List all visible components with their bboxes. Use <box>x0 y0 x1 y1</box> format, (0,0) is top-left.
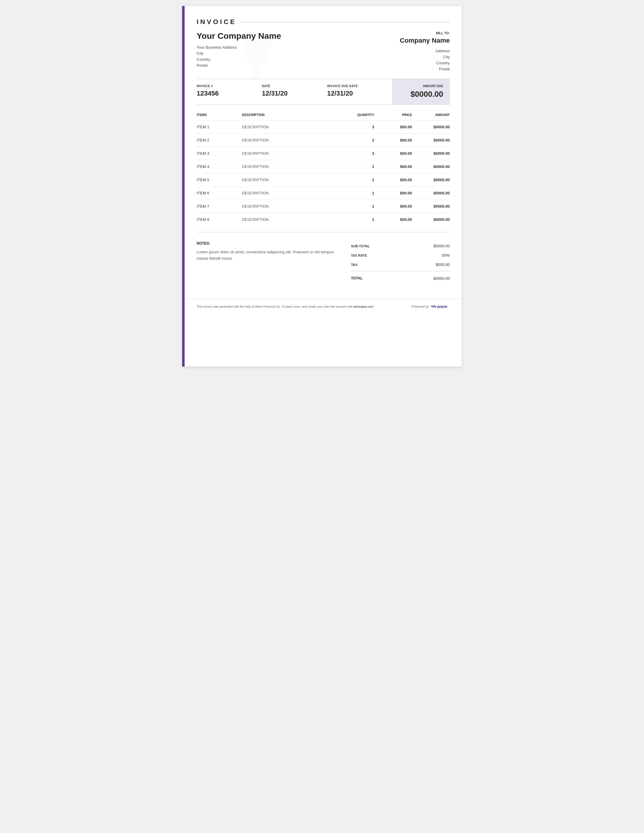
bill-to-country: Country <box>390 61 450 65</box>
invoice-number-label: INVOICE # <box>196 84 256 88</box>
header-description: DESCRIPTION <box>242 113 336 117</box>
due-date-value: 12/31/20 <box>327 90 386 97</box>
company-country: Country <box>196 57 390 62</box>
wave-icon <box>431 304 436 309</box>
header-price: PRICE <box>374 113 412 117</box>
item-description: Description <box>242 125 336 129</box>
item-quantity: 3 <box>336 151 374 156</box>
company-city: City <box>196 51 390 56</box>
invoice-page: INVOICE Your Company Name Your Business <box>182 6 462 367</box>
tax-rate-row: TAX RATE 00% <box>351 251 450 260</box>
item-name: Item 1 <box>196 125 242 129</box>
item-description: Description <box>242 151 336 156</box>
item-amount: $0000.00 <box>412 217 450 222</box>
item-description: Description <box>242 164 336 169</box>
notes-column: NOTES: Lorem ipsum dolor sit amet, conse… <box>196 241 345 281</box>
bill-to-section: BILL TO: Company Name Address City Count… <box>390 31 450 73</box>
company-name: Your Company Name <box>196 31 390 41</box>
item-price: $00.00 <box>374 138 412 142</box>
header-items: ITEMS <box>196 113 242 117</box>
bottom-footer: This invoice was generated with the help… <box>182 299 462 314</box>
bill-to-address: Address <box>390 49 450 53</box>
meta-left: INVOICE # 123456 DATE 12/31/20 INVOICE D… <box>196 79 393 104</box>
table-row: Item 1 Description 3 $00.00 $0000.00 <box>196 120 450 133</box>
item-quantity: 1 <box>336 217 374 222</box>
item-price: $00.00 <box>374 151 412 156</box>
total-row: TOTAL $0000.00 <box>351 273 450 281</box>
table-body: Item 1 Description 3 $00.00 $0000.00 Ite… <box>196 120 450 226</box>
table-row: Item 7 Description 1 $00.00 $0000.00 <box>196 199 450 213</box>
wave-logo: wave <box>431 304 448 309</box>
item-name: Item 8 <box>196 217 242 222</box>
header-quantity: QUANTITY <box>336 113 374 117</box>
amount-due-label: AMOUNT DUE <box>399 84 443 88</box>
item-price: $00.00 <box>374 204 412 209</box>
item-quantity: 1 <box>336 191 374 195</box>
footer-text-content: This invoice was generated with the help… <box>196 305 353 308</box>
items-section: ITEMS DESCRIPTION QUANTITY PRICE AMOUNT … <box>196 105 450 232</box>
powered-by-text: Powered by <box>412 305 429 308</box>
invoice-title: INVOICE <box>196 18 236 26</box>
header-section: Your Company Name Your Business Address … <box>196 31 450 79</box>
amount-due-section: AMOUNT DUE $0000.00 <box>393 79 450 104</box>
totals-column: SUB-TOTAL $0000.00 TAX RATE 00% TAX $000… <box>351 241 450 281</box>
item-price: $00.00 <box>374 164 412 169</box>
company-postal: Postal <box>196 63 390 68</box>
watermark-icon <box>233 34 281 84</box>
item-quantity: 1 <box>336 164 374 169</box>
footer-section: NOTES: Lorem ipsum dolor sit amet, conse… <box>196 232 450 287</box>
sender-info: Your Company Name Your Business Address … <box>196 31 390 69</box>
table-row: Item 2 Description 2 $00.00 $0000.00 <box>196 133 450 146</box>
date-value: 12/31/20 <box>262 90 321 97</box>
item-name: Item 2 <box>196 138 242 142</box>
item-price: $00.00 <box>374 125 412 129</box>
item-name: Item 4 <box>196 164 242 169</box>
item-description: Description <box>242 138 336 142</box>
powered-by: Powered by wave <box>412 304 448 309</box>
item-amount: $0000.00 <box>412 125 450 129</box>
due-date-label: INVOICE DUE DATE <box>327 84 386 88</box>
bill-to-company: Company Name <box>390 37 450 45</box>
bill-to-postal: Postal <box>390 67 450 71</box>
item-quantity: 2 <box>336 138 374 142</box>
wave-label: wave <box>437 304 448 309</box>
table-row: Item 6 Description 1 $00.00 $0000.00 <box>196 186 450 199</box>
item-price: $00.00 <box>374 191 412 195</box>
svg-rect-1 <box>253 70 260 76</box>
subtotal-row: SUB-TOTAL $0000.00 <box>351 241 450 251</box>
item-amount: $0000.00 <box>412 151 450 156</box>
item-amount: $0000.00 <box>412 204 450 209</box>
item-price: $00.00 <box>374 178 412 182</box>
footer-text: This invoice was generated with the help… <box>196 305 374 308</box>
item-amount: $0000.00 <box>412 164 450 169</box>
total-value: $0000.00 <box>433 276 450 281</box>
item-amount: $0000.00 <box>412 191 450 195</box>
item-name: Item 3 <box>196 151 242 156</box>
tax-rate-label: TAX RATE <box>351 254 367 257</box>
table-row: Item 3 Description 3 $00.00 $0000.00 <box>196 146 450 160</box>
item-amount: $0000.00 <box>412 138 450 142</box>
tax-rate-value: 00% <box>442 253 450 257</box>
item-name: Item 6 <box>196 191 242 195</box>
bill-to-label: BILL TO: <box>390 31 450 35</box>
tax-label: TAX <box>351 263 357 267</box>
amount-due-value: $0000.00 <box>399 90 443 99</box>
tax-row: TAX $000.00 <box>351 260 450 269</box>
item-price: $00.00 <box>374 217 412 222</box>
bill-to-city: City <box>390 55 450 59</box>
header-amount: AMOUNT <box>412 113 450 117</box>
item-description: Description <box>242 217 336 222</box>
date-label: DATE <box>262 84 321 88</box>
invoice-number-value: 123456 <box>196 90 256 97</box>
waveapps-link[interactable]: waveapps.com <box>353 305 374 308</box>
total-label: TOTAL <box>351 276 362 281</box>
notes-text: Lorem ipsum dolor sit amet, consectetur … <box>196 249 345 262</box>
item-name: Item 7 <box>196 204 242 209</box>
item-name: Item 5 <box>196 178 242 182</box>
table-row: Item 5 Description 1 $00.00 $0000.00 <box>196 173 450 186</box>
item-quantity: 1 <box>336 178 374 182</box>
svg-rect-2 <box>251 76 262 79</box>
item-description: Description <box>242 178 336 182</box>
table-row: Item 8 Description 1 $00.00 $0000.00 <box>196 213 450 226</box>
item-quantity: 3 <box>336 125 374 129</box>
